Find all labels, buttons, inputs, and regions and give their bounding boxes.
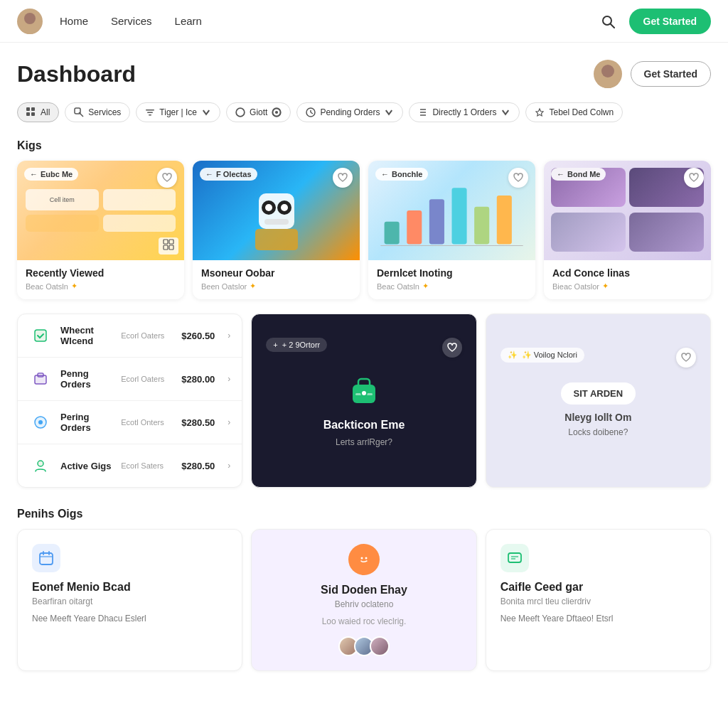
pending-card-1: Sid Doden Ehay Behriv oclateno Loo waied… — [251, 529, 476, 671]
item-icon-1 — [29, 368, 52, 390]
purple-link[interactable]: Locks doibene? — [568, 427, 628, 437]
svg-point-5 — [596, 79, 619, 88]
item-icon-0 — [29, 324, 52, 347]
svg-point-52 — [361, 390, 367, 396]
gig-heart-2[interactable] — [508, 168, 528, 188]
gig-heart-0[interactable] — [157, 168, 177, 188]
list-item-2[interactable]: Pering Orders Ecotl Onters $280.50 › — [18, 401, 242, 444]
item-price-3: $280.50 — [181, 461, 215, 471]
gig-card-1[interactable]: ←F Olectas Msoneur Oobar Been Oatslor ✦ — [193, 161, 360, 299]
dashboard-title: Dashboard — [17, 61, 136, 87]
filter-tab-tebel[interactable]: Tebel Ded Colwn — [525, 102, 623, 122]
purple-card: ✨✨ Voilog Nclori SIT ARDEN Nleyg Iollt O… — [486, 314, 711, 488]
filter-tab-tiger[interactable]: Tiger | Ice — [136, 102, 220, 122]
dark-card-inner: ++ 2 9Ortorr Backticon Eme Lerts arrl — [252, 314, 476, 471]
dashboard-get-started-button[interactable]: Get Started — [631, 61, 711, 87]
svg-point-15 — [236, 108, 245, 117]
pending-desc-1: Loo waied roc vleclrig. — [266, 615, 461, 628]
expand-icon[interactable] — [163, 239, 174, 250]
nav-get-started-button[interactable]: Get Started — [629, 9, 711, 34]
item-sub-3: Ecorl Saters — [121, 461, 173, 470]
svg-rect-43 — [35, 330, 46, 341]
gig-card-2[interactable]: ←Bonchle Dernlcet Inoting Beac Oatsln ✦ — [368, 161, 535, 299]
arrow-icon-1: › — [228, 374, 230, 384]
svg-rect-53 — [40, 553, 53, 564]
svg-point-17 — [275, 111, 278, 114]
svg-rect-8 — [26, 112, 30, 116]
chevron-down-icon — [384, 107, 394, 117]
pending-sub-1: Behriv oclateno — [266, 599, 461, 609]
purple-heart[interactable] — [676, 348, 696, 368]
avatar-2 — [370, 636, 390, 656]
svg-rect-14 — [149, 114, 151, 116]
calendar-icon — [38, 550, 54, 566]
pending-footer-2: Nee Meeft Yeare Dftaeo! Etsrl — [500, 614, 696, 623]
item-name-1: Penng Orders — [60, 368, 112, 390]
list-items: Whecnt Wlcend Ecorl Oaters $260.50 › Pen… — [18, 314, 242, 487]
backpack-icon — [346, 372, 382, 409]
dark-heart[interactable] — [442, 338, 462, 358]
item-sub-2: Ecotl Onters — [121, 418, 173, 427]
item-name-2: Pering Orders — [60, 412, 112, 433]
gig-info-3: Acd Conce linas Bieac Oatslor ✦ — [544, 260, 711, 299]
gig-info-2: Dernlcet Inoting Beac Oatsln ✦ — [368, 260, 535, 299]
gig-name-1: Msoneur Oobar — [201, 267, 351, 279]
list-icon — [418, 107, 428, 117]
arrow-icon-2: › — [228, 417, 230, 427]
gig-heart-1[interactable] — [333, 168, 353, 188]
message-icon — [507, 550, 523, 566]
svg-point-1 — [20, 26, 40, 34]
item-sub-0: Ecorl Oaters — [121, 331, 173, 340]
gig-badge-3: ←Bond Me — [551, 168, 606, 181]
svg-point-59 — [365, 557, 367, 560]
filter-tab-directly[interactable]: Directly 1 Orders — [409, 102, 520, 122]
smiley-icon — [348, 544, 380, 575]
tab-label: Directly 1 Orders — [432, 107, 496, 117]
gigs-grid: Cell item ←Eubc Me Recently Viewed — [17, 161, 711, 299]
purple-cta-button[interactable]: SIT ARDEN — [561, 382, 636, 405]
pending-card-0: Eonef Menio Bcad Bearfiran oitargt Nee M… — [17, 529, 242, 671]
list-item-1[interactable]: Penng Orders Ecorl Oaters $280.00 › — [18, 358, 242, 401]
gig-badge-0: ←Eubc Me — [24, 168, 78, 181]
gig-badge-2: ←Bonchle — [375, 168, 428, 181]
svg-marker-24 — [536, 109, 543, 116]
svg-rect-27 — [164, 245, 168, 250]
main-content: Dashboard Get Started All Services Tiger… — [0, 43, 728, 688]
svg-point-0 — [24, 13, 36, 24]
tab-label: All — [41, 107, 50, 117]
svg-point-33 — [281, 204, 288, 211]
grid-icon — [26, 107, 36, 117]
gig-heart-3[interactable] — [684, 168, 704, 188]
pending-card-2: Caifle Ceed gar Bonita mrcl tleu clierdr… — [486, 529, 711, 671]
list-item-3[interactable]: Active Gigs Ecorl Saters $280.50 › — [18, 444, 242, 487]
gig-image-2: ←Bonchle — [368, 161, 535, 260]
nav-home[interactable]: Home — [60, 15, 88, 27]
purple-title: Nleyg Iollt Om — [564, 412, 631, 423]
dark-icon — [346, 372, 382, 412]
clock-icon — [306, 107, 316, 117]
gig-image-0: Cell item ←Eubc Me — [17, 161, 184, 260]
gig-card-3[interactable]: ←Bond Me Acd Conce linas Bieac Oatslor ✦ — [544, 161, 711, 299]
item-price-2: $280.50 — [181, 417, 215, 428]
filter-tab-giott[interactable]: Giott — [226, 102, 291, 122]
nav-links: Home Services Learn — [60, 15, 202, 27]
filter-tab-pending[interactable]: Pending Orders — [296, 102, 403, 122]
list-item-0[interactable]: Whecnt Wlcend Ecorl Oaters $260.50 › — [18, 314, 242, 358]
gig-card-0[interactable]: Cell item ←Eubc Me Recently Viewed — [17, 161, 184, 299]
pending-icon-0 — [32, 544, 60, 572]
svg-rect-26 — [169, 240, 173, 244]
dark-link[interactable]: Lerts arrlRger? — [336, 437, 392, 447]
arrow-icon-0: › — [228, 331, 230, 341]
svg-line-20 — [311, 112, 313, 114]
robot-illustration — [245, 179, 309, 257]
nav-learn[interactable]: Learn — [175, 15, 202, 27]
search-icon[interactable] — [595, 9, 621, 34]
filter-tab-all[interactable]: All — [17, 102, 59, 122]
kigs-section-title: Kigs — [17, 139, 711, 152]
filter-tab-services[interactable]: Services — [65, 102, 130, 122]
svg-rect-60 — [508, 553, 521, 562]
arrow-icon-3: › — [228, 461, 230, 471]
nav-services[interactable]: Services — [111, 15, 152, 27]
svg-rect-34 — [264, 219, 289, 225]
tag-icon — [74, 107, 84, 117]
